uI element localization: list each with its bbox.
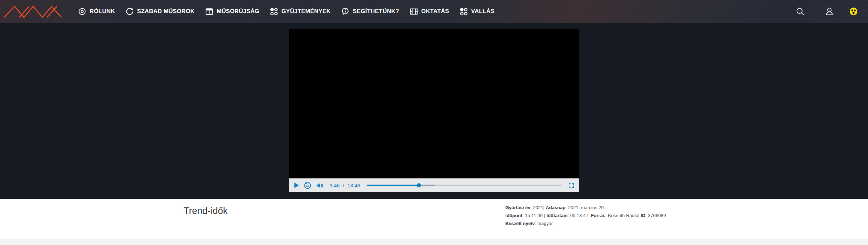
detail-line: Időpont: 15:11:06 | Időtartam: 00:13:47|… [505, 212, 666, 219]
user-icon[interactable] [825, 7, 834, 16]
nav-item-rólunk[interactable]: RÓLUNK [78, 7, 115, 16]
nav-item-szabad-műsorok[interactable]: SZABAD MŰSOROK [125, 7, 195, 16]
video-surface[interactable] [289, 29, 579, 178]
time-display: 3:46 / 13:46 [330, 183, 360, 188]
nav-item-műsorújság[interactable]: MŰSORÚJSÁG [205, 7, 259, 16]
footer-strip [0, 239, 868, 245]
nav-item-gyűjtemények[interactable]: GYŰJTEMÉNYEK [270, 7, 331, 16]
played-segment [367, 185, 419, 186]
film-strip-icon [410, 7, 418, 16]
detail-line: Beszélt nyelv: magyar [505, 219, 666, 227]
nav-item-label: MŰSORÚJSÁG [217, 8, 259, 15]
help-bubble-icon [341, 7, 350, 16]
nav-item-vallás[interactable]: VALLÁS [459, 7, 495, 16]
program-guide-icon [205, 7, 214, 16]
nav-item-label: SZABAD MŰSOROK [137, 8, 195, 15]
current-time: 3:46 [330, 183, 340, 188]
detail-line: Gyártási év: 2021| Adásnap: 2021. márciu… [505, 204, 666, 212]
svg-text:10: 10 [306, 184, 309, 187]
player-stage: 10 3:46 / 13:46 [0, 23, 868, 199]
collection-icon [270, 7, 278, 16]
header-actions [795, 6, 858, 17]
rewind-10-icon[interactable]: 10 [303, 182, 311, 189]
volume-icon[interactable] [316, 182, 324, 189]
main-menu: RÓLUNKSZABAD MŰSOROKMŰSORÚJSÁGGYŰJTEMÉNY… [78, 7, 495, 16]
nav-item-label: SEGÍTHETÜNK? [353, 8, 399, 15]
program-metadata: Gyártási év: 2021| Adásnap: 2021. márciu… [505, 204, 666, 227]
play-button[interactable] [294, 183, 299, 188]
target-icon [78, 7, 86, 16]
top-navigation-bar: RÓLUNKSZABAD MŰSOROKMŰSORÚJSÁGGYŰJTEMÉNY… [0, 0, 868, 23]
refresh-icon [125, 7, 134, 16]
time-separator: / [343, 183, 344, 188]
video-player: 10 3:46 / 13:46 [289, 29, 579, 192]
collection-icon [459, 7, 468, 16]
nava-logo-icon[interactable] [3, 3, 65, 19]
nav-item-segíthetünk[interactable]: SEGÍTHETÜNK? [341, 7, 399, 16]
nav-item-label: OKTATÁS [421, 8, 449, 15]
nav-item-label: RÓLUNK [90, 8, 115, 15]
nav-item-label: GYŰJTEMÉNYEK [281, 8, 331, 15]
nav-item-label: VALLÁS [471, 8, 495, 15]
duration: 13:46 [347, 183, 360, 188]
fullscreen-icon[interactable] [568, 183, 574, 188]
page-title: Trend-idők [184, 206, 228, 216]
nav-item-oktatás[interactable]: OKTATÁS [410, 7, 449, 16]
program-info-section: Trend-idők Gyártási év: 2021| Adásnap: 2… [0, 199, 868, 239]
progress-bar[interactable] [367, 185, 562, 186]
player-control-bar: 10 3:46 / 13:46 [289, 178, 579, 192]
accessibility-icon[interactable] [849, 7, 858, 16]
header-divider [814, 6, 814, 17]
progress-knob[interactable] [417, 183, 421, 187]
search-icon[interactable] [795, 7, 805, 16]
